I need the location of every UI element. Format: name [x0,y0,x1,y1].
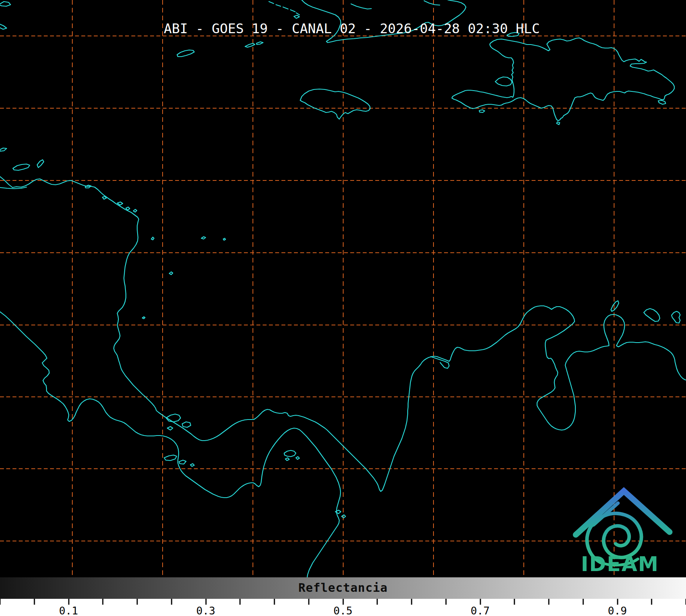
colorbar-tick [480,599,481,605]
map-canvas: ABI - GOES 19 - CANAL 02 - 2026-04-28 02… [0,0,686,577]
colorbar-tick [445,599,446,605]
islet [133,209,137,212]
islet [245,43,255,47]
colorbar-tick-label: 0.9 [608,605,627,616]
colorbar-tick [240,599,241,605]
islet [37,160,44,168]
colorbar-tick [308,599,309,605]
colorbar-tick [274,599,275,605]
colorbar-tick [205,599,206,605]
islet [169,272,173,275]
islet [283,7,288,9]
islet [0,148,7,151]
graticule-grid [0,0,686,577]
colorbar-label: Reflectancia [298,581,388,595]
islet [495,77,512,86]
satellite-map: ABI - GOES 19 - CANAL 02 - 2026-04-28 02… [0,0,686,577]
colorbar-tick [651,599,652,605]
colorbar-tick-label: 0.1 [59,605,78,616]
islet [179,460,186,464]
ideam-logo-text: IDEAM [581,552,659,576]
colorbar-tick [171,599,172,605]
coastline-central-america-caribbean [0,177,686,491]
islet [285,458,289,461]
colorbar-tick [377,599,378,605]
islet [190,464,194,466]
colorbar-tick [582,599,584,605]
ideam-logo: IDEAM [576,491,670,576]
colorbar-tick [0,599,1,605]
islet [102,196,106,199]
colorbar-tick [514,599,515,605]
satellite-product-image: { "title": "ABI - GOES 19 - CANAL 02 - 2… [0,0,686,616]
islet [294,15,299,18]
colorbar-tick [342,599,344,605]
islet [201,237,206,239]
islet [269,2,274,4]
colorbar-tick-label: 0.5 [333,605,353,616]
colorbar-tick [411,599,412,605]
islet [142,317,145,319]
colorbar-tick-label: 0.7 [471,605,490,616]
islet [223,238,226,240]
colorbar-tick [68,599,69,605]
colorbar-tick [34,599,35,605]
map-title: ABI - GOES 19 - CANAL 02 - 2026-04-28 02… [164,21,540,36]
islet [166,414,181,422]
islet [479,110,485,112]
colorbar-tick [617,599,618,605]
islet [557,122,560,125]
coastline-jamaica [300,89,370,119]
islet [167,427,173,430]
islet [658,100,666,104]
colorbar: Reflectancia [0,577,686,599]
colorbar-tick [137,599,138,605]
islet [256,42,263,45]
islet [296,457,299,459]
islet [290,10,295,12]
islet [13,164,30,170]
islet [151,237,154,240]
islet [182,422,191,427]
coastline-cuba-north-piece [351,4,371,9]
colorbar-tick-label: 0.3 [196,605,215,616]
islet [0,2,11,6]
islet [164,455,177,461]
islet [296,13,299,15]
islet [276,5,281,6]
islet [672,311,680,323]
colorbar-tick [102,599,104,605]
islet [284,450,296,457]
islet [0,24,7,29]
coastline-cuba-north-piece-2 [424,1,440,5]
islet [177,50,194,57]
coastline-central-america-pacific [0,312,340,577]
islet [644,309,660,321]
colorbar-tick [548,599,550,605]
colorbar-axis: 0.10.30.50.70.9 [0,599,686,616]
islet [611,301,619,311]
